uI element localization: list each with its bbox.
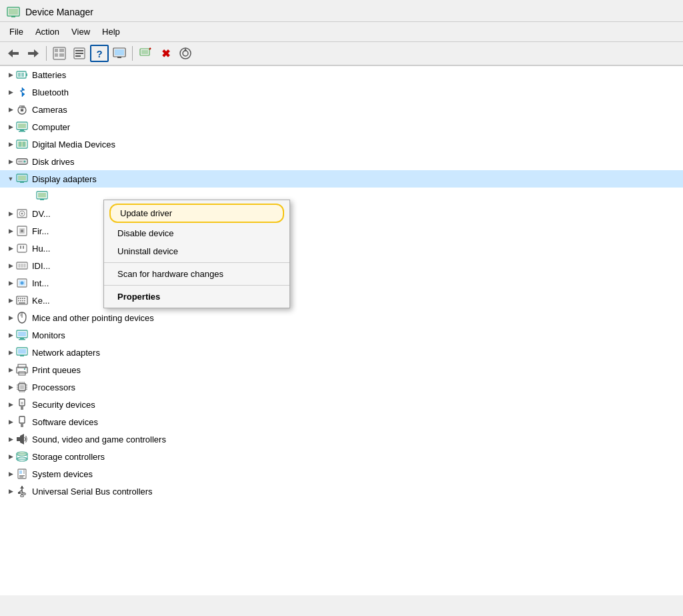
expand-digital-media[interactable]: ▶ xyxy=(5,141,16,147)
svg-point-129 xyxy=(24,493,26,495)
tree-view-button[interactable] xyxy=(50,45,69,62)
tree-item-digital-media[interactable]: ▶ Digital Media Devices xyxy=(0,135,683,153)
expand-bluetooth[interactable]: ▶ xyxy=(5,89,16,95)
dv-icon xyxy=(16,208,28,220)
update-button[interactable] xyxy=(176,45,195,62)
context-menu-scan-changes[interactable]: Scan for hardware changes xyxy=(104,265,289,283)
tree-item-usb[interactable]: ▶ Universal Serial Bus controllers xyxy=(0,483,683,500)
expand-processors[interactable]: ▶ xyxy=(5,384,16,390)
scan-button[interactable] xyxy=(136,45,155,62)
tree-item-ide[interactable]: ▶ IDI... xyxy=(0,257,683,274)
usb-icon xyxy=(16,485,28,497)
svg-rect-75 xyxy=(18,300,19,302)
expand-keyboard[interactable]: ▶ xyxy=(5,297,16,304)
expand-firmware[interactable]: ▶ xyxy=(5,228,16,234)
svg-rect-110 xyxy=(19,416,25,423)
context-menu-update-driver[interactable]: Update driver xyxy=(109,204,284,223)
storage-icon xyxy=(16,450,28,463)
svg-rect-88 xyxy=(20,355,24,356)
expand-monitors[interactable]: ▶ xyxy=(5,332,16,338)
tree-item-firmware[interactable]: ▶ Fir... xyxy=(0,222,683,240)
svg-rect-18 xyxy=(117,57,121,58)
tree-item-processors[interactable]: ▶ Processors xyxy=(0,378,683,396)
remove-button[interactable]: ✖ xyxy=(156,45,175,62)
svg-rect-15 xyxy=(75,55,81,57)
tree-item-display-child[interactable] xyxy=(0,188,683,205)
svg-rect-29 xyxy=(21,73,24,77)
expand-network[interactable]: ▶ xyxy=(5,349,16,356)
tree-item-display-adapters[interactable]: ▼ Display adapters xyxy=(0,170,683,188)
expand-disk-drives[interactable]: ▶ xyxy=(5,158,16,165)
expand-ide[interactable]: ▶ xyxy=(5,262,16,269)
monitor-button[interactable] xyxy=(110,45,129,62)
tree-item-sound[interactable]: ▶ Sound, video and game controllers xyxy=(0,430,683,448)
tree-item-imaging[interactable]: ▶ Int... ork xyxy=(0,274,683,292)
tree-item-batteries[interactable]: ▶ Batteries xyxy=(0,66,683,83)
tree-item-security[interactable]: ▶ Security devices xyxy=(0,396,683,413)
svg-rect-27 xyxy=(26,73,27,76)
disk-drives-label: Disk drives xyxy=(32,157,75,167)
expand-cameras[interactable]: ▶ xyxy=(5,106,16,113)
svg-rect-4 xyxy=(13,52,19,55)
expand-computer[interactable]: ▶ xyxy=(5,123,16,130)
expand-usb[interactable]: ▶ xyxy=(5,488,16,495)
security-icon xyxy=(16,398,28,410)
context-menu-uninstall-device[interactable]: Uninstall device xyxy=(104,242,289,260)
expand-imaging[interactable]: ▶ xyxy=(5,280,16,286)
forward-button[interactable] xyxy=(24,45,43,62)
expand-sound[interactable]: ▶ xyxy=(5,436,16,442)
expand-mice[interactable]: ▶ xyxy=(5,314,16,321)
tree-item-hid[interactable]: ▶ Hu... xyxy=(0,240,683,257)
svg-rect-14 xyxy=(75,53,83,54)
security-label: Security devices xyxy=(32,400,95,410)
expand-storage[interactable]: ▶ xyxy=(5,453,16,460)
context-menu-disable-device[interactable]: Disable device xyxy=(104,224,289,242)
expand-software[interactable]: ▶ xyxy=(5,418,16,425)
menu-help[interactable]: Help xyxy=(97,25,125,39)
expand-batteries[interactable]: ▶ xyxy=(5,71,16,78)
tree-item-system[interactable]: ▶ System devices xyxy=(0,465,683,483)
svg-marker-125 xyxy=(20,486,24,489)
batteries-icon xyxy=(16,69,28,81)
tree-item-dv[interactable]: ▶ DV... xyxy=(0,205,683,222)
tree-item-computer[interactable]: ▶ Computer xyxy=(0,118,683,135)
tree-item-keyboard[interactable]: ▶ Ke... xyxy=(0,292,683,309)
window-title: Device Manager xyxy=(25,7,93,17)
tree-item-bluetooth[interactable]: ▶ Bluetooth xyxy=(0,83,683,101)
tree-item-monitors[interactable]: ▶ Monitors xyxy=(0,326,683,344)
tree-item-storage[interactable]: ▶ Storage controllers xyxy=(0,448,683,465)
mice-label: Mice and other pointing devices xyxy=(32,313,154,323)
expand-security[interactable]: ▶ xyxy=(5,401,16,408)
expand-dv[interactable]: ▶ xyxy=(5,210,16,217)
expand-system[interactable]: ▶ xyxy=(5,471,16,477)
tree-item-cameras[interactable]: ▶ Cameras xyxy=(0,101,683,118)
tree-item-disk-drives[interactable]: ▶ Disk drives xyxy=(0,153,683,170)
tree-item-mice[interactable]: ▶ Mice and other pointing devices xyxy=(0,309,683,326)
computer-icon xyxy=(16,121,28,133)
tree-item-software[interactable]: ▶ Software devices xyxy=(0,413,683,430)
svg-point-116 xyxy=(17,452,27,456)
svg-rect-84 xyxy=(20,338,24,339)
expand-hid[interactable]: ▶ xyxy=(5,245,16,252)
tree-item-network[interactable]: ▶ Network adapters xyxy=(0,344,683,361)
expand-print[interactable]: ▶ xyxy=(5,366,16,373)
tree-item-print[interactable]: ▶ Print queues xyxy=(0,361,683,378)
svg-rect-37 xyxy=(20,129,24,131)
menu-file[interactable]: File xyxy=(4,25,29,39)
svg-rect-120 xyxy=(19,477,23,478)
menu-view[interactable]: View xyxy=(66,25,95,39)
details-button[interactable] xyxy=(70,45,89,62)
expand-display-adapters[interactable]: ▼ xyxy=(5,176,16,182)
help-icon-button[interactable]: ? xyxy=(90,45,109,62)
svg-rect-108 xyxy=(21,406,23,410)
menu-action[interactable]: Action xyxy=(30,25,65,39)
context-menu-properties[interactable]: Properties xyxy=(104,288,289,306)
hid-icon xyxy=(16,242,28,254)
imaging-label: Int... xyxy=(32,278,49,288)
digital-media-icon xyxy=(16,138,28,150)
menu-bar: File Action View Help xyxy=(0,22,683,42)
svg-point-32 xyxy=(21,109,23,111)
back-button[interactable] xyxy=(4,45,23,62)
hid-label: Hu... xyxy=(32,244,50,254)
display-adapters-label: Display adapters xyxy=(32,174,97,184)
